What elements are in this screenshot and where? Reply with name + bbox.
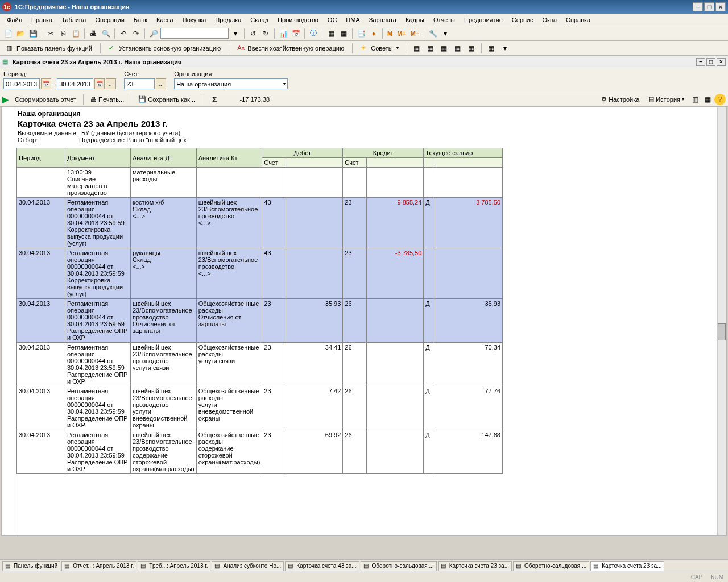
vertical-scrollbar[interactable] [717,107,726,535]
menu-продажа[interactable]: Продажа [212,15,245,24]
search-icon[interactable]: 🔎 [148,28,159,39]
table-row[interactable]: 30.04.2013Регламентная операция 00000000… [17,299,503,343]
window-tab[interactable]: ▤Оборотно-сальдовая ... [513,561,589,571]
window-tab[interactable]: ▤Анализ субконто Но... [212,561,284,571]
print-button[interactable]: 🖶Печать... [86,94,128,105]
mminus-icon[interactable]: M− [409,30,421,37]
doc-min-button[interactable]: – [696,58,705,66]
menu-предприятие[interactable]: Предприятие [461,15,506,24]
table-row[interactable]: 30.04.2013Регламентная операция 00000000… [17,248,503,299]
table-row[interactable]: 30.04.2013Регламентная операция 00000000… [17,198,503,248]
ab3-icon[interactable]: ▦ [439,43,450,54]
window-tab[interactable]: ▤Карточка счета 23 за... [590,561,664,571]
th-adt: Аналитика Дт [131,148,197,168]
date-from-input[interactable] [3,78,40,89]
menu-банк[interactable]: Банк [130,15,151,24]
menu-отчеты[interactable]: Отчеты [430,15,458,24]
date-to-input[interactable] [57,78,93,89]
rb1-icon[interactable]: ▥ [689,94,701,105]
ab7-icon[interactable]: ▾ [499,43,511,54]
scroll-thumb[interactable] [718,323,726,340]
menu-склад[interactable]: Склад [247,15,272,24]
set-org-button[interactable]: ✔Установить основную организацию [105,43,225,54]
table-row[interactable]: 30.04.2013Регламентная операция 00000000… [17,386,503,430]
ab1-icon[interactable]: ▦ [411,43,423,54]
preview-icon[interactable]: 🔍 [100,28,111,39]
acct-input[interactable] [124,78,155,89]
restore-button[interactable]: □ [704,2,714,11]
rb2-icon[interactable]: ▦ [702,94,713,105]
t1-icon[interactable]: ▦ [325,28,337,39]
period-select-button[interactable]: … [106,78,116,89]
table-row[interactable]: 13:00:09 Списание материалов в производс… [17,168,503,198]
print-icon[interactable]: 🖶 [88,28,99,39]
run-icon[interactable]: ▶ [2,95,9,104]
ab5-icon[interactable]: ▦ [466,43,477,54]
window-tab[interactable]: ▤Карточка счета 23 за... [438,561,512,571]
nav2-icon[interactable]: ↻ [260,28,271,39]
show-panel-button[interactable]: ▥Показать панель функций [2,43,96,54]
menu-кадры[interactable]: Кадры [402,15,428,24]
menu-операции[interactable]: Операции [92,15,127,24]
menu-нма[interactable]: НМА [342,15,363,24]
window-tab[interactable]: ▤Треб...: Апрель 2013 г. [138,561,210,571]
menu-производство[interactable]: Производство [274,15,322,24]
close-button[interactable]: × [715,2,726,11]
info-icon[interactable]: ⓘ [308,28,319,39]
menu-правка[interactable]: Правка [28,15,56,24]
doc-max-button[interactable]: □ [706,58,715,66]
cal-icon[interactable]: 📅 [290,28,301,39]
t2-icon[interactable]: ▦ [338,28,349,39]
table-row[interactable]: 30.04.2013Регламентная операция 00000000… [17,343,503,386]
open-icon[interactable]: 📂 [15,28,26,39]
enter-op-button[interactable]: AxВвести хозяйственную операцию [233,43,348,54]
menu-покупка[interactable]: Покупка [179,15,210,24]
paste-icon[interactable]: 📋 [70,28,81,39]
menu-касса[interactable]: Касса [153,15,177,24]
cal-from-button[interactable]: 📅 [41,78,51,89]
acct-select-button[interactable]: … [156,78,166,89]
save-icon[interactable]: 💾 [27,28,39,39]
window-tab[interactable]: ▤Оборотно-сальдовая ... [361,561,437,571]
new-icon[interactable]: 📄 [2,28,14,39]
drop-icon[interactable]: ▾ [230,28,241,39]
ab4-icon[interactable]: ▦ [452,43,464,54]
history-button[interactable]: ▤История▾ [644,94,688,105]
ab2-icon[interactable]: ▦ [425,43,436,54]
document-title: Карточка счета 23 за Апрель 2013 г. Наша… [13,59,182,65]
menu-таблица[interactable]: Таблица [58,15,89,24]
cal-to-button[interactable]: 📅 [94,78,105,89]
undo-icon[interactable]: ↶ [118,28,129,39]
window-tab[interactable]: ▤Карточка счета 43 за... [285,561,359,571]
minimize-button[interactable]: – [693,2,703,11]
nav1-icon[interactable]: ↺ [247,28,259,39]
ab6-icon[interactable]: ▦ [486,43,497,54]
calc-icon[interactable]: 📊 [278,28,289,39]
copy-icon[interactable]: ⎘ [57,28,69,39]
doc-close-button[interactable]: × [717,58,726,66]
table-row[interactable]: 30.04.2013Регламентная операция 00000000… [17,430,503,474]
search-field[interactable] [160,28,229,39]
help-icon[interactable]: ? [714,94,726,105]
menu-зарплата[interactable]: Зарплата [366,15,400,24]
org-select[interactable]: Наша организация▾ [174,78,288,89]
window-tab[interactable]: ▤Панель функций [2,561,60,571]
redo-icon[interactable]: ↷ [130,28,142,39]
m-icon[interactable]: M [386,30,394,37]
window-tab[interactable]: ▤Отчет...: Апрель 2013 г. [61,561,136,571]
t3-icon[interactable]: 📑 [355,28,367,39]
saveas-button[interactable]: 💾Сохранить как... [134,94,199,105]
menu-справка[interactable]: Справка [562,15,594,24]
cut-icon[interactable]: ✂ [45,28,56,39]
settings-button[interactable]: ⚙Настройка [597,94,643,105]
menu-файл[interactable]: Файл [3,15,26,24]
form-report-button[interactable]: Сформировать отчет [11,94,80,105]
tips-button[interactable]: ☀Советы▾ [357,43,402,54]
menu-окна[interactable]: Окна [539,15,561,24]
t4-icon[interactable]: ♦ [368,28,379,39]
menu-ос[interactable]: ОС [324,15,341,24]
tool-icon[interactable]: 🔧 [427,28,439,39]
menu-сервис[interactable]: Сервис [508,15,537,24]
mplus-icon[interactable]: M+ [395,30,408,37]
tooldrop-icon[interactable]: ▾ [440,28,451,39]
